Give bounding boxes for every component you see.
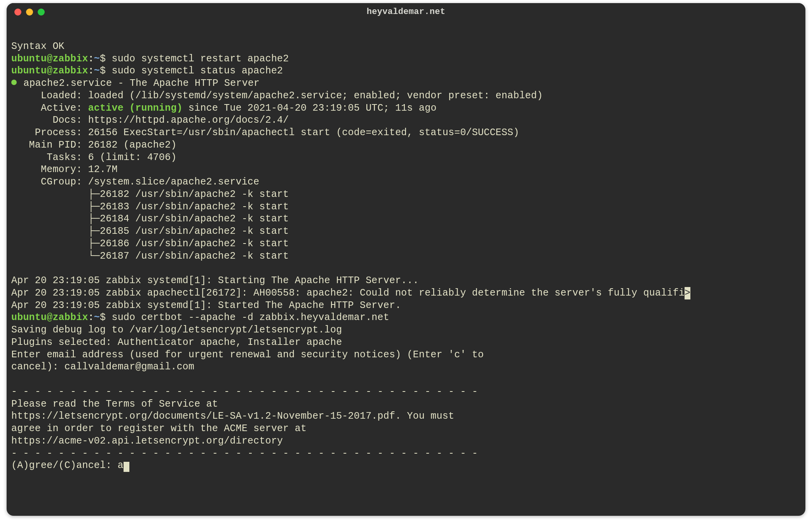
traffic-lights [14, 9, 45, 16]
output-line: Enter email address (used for urgent ren… [11, 349, 484, 360]
prompt-sep: : [88, 53, 94, 64]
divider-line: - - - - - - - - - - - - - - - - - - - - … [11, 448, 478, 459]
command-input: sudo certbot --apache -d zabbix.heyvalde… [112, 312, 389, 323]
status-active: active (running) [88, 103, 183, 114]
agree-prompt[interactable]: (A)gree/(C)ancel: a [11, 460, 124, 471]
output-line: Tasks: 6 (limit: 4706) [11, 152, 177, 163]
output-label: Active: [11, 103, 88, 114]
output-line: cancel): callvaldemar@gmail.com [11, 361, 194, 372]
prompt-sign: $ [100, 53, 106, 64]
terminal-body[interactable]: Syntax OK ubuntu@zabbix:~$ sudo systemct… [7, 20, 805, 489]
service-header: apache2.service - The Apache HTTP Server [17, 78, 260, 89]
log-line: Apr 20 23:19:05 zabbix apachectl[26172]:… [11, 287, 685, 299]
output-line: Please read the Terms of Service at [11, 398, 218, 410]
output-line: CGroup: /system.slice/apache2.service [11, 176, 260, 188]
output-line: Plugins selected: Authenticator apache, … [11, 337, 342, 348]
prompt-sign: $ [100, 312, 106, 323]
cursor-icon [124, 462, 129, 472]
prompt-sep: : [88, 65, 94, 77]
terminal-window: heyvaldemar.net Syntax OK ubuntu@zabbix:… [7, 3, 805, 516]
log-line: Apr 20 23:19:05 zabbix systemd[1]: Start… [11, 300, 401, 311]
prompt-path: ~ [94, 53, 100, 64]
cgroup-entry: ├─26185 /usr/sbin/apache2 -k start [11, 226, 289, 237]
close-icon[interactable] [14, 9, 21, 16]
output-line: Memory: 12.7M [11, 164, 118, 175]
titlebar: heyvaldemar.net [7, 3, 805, 20]
cgroup-entry: └─26187 /usr/sbin/apache2 -k start [11, 251, 289, 262]
output-line: Loaded: loaded (/lib/systemd/system/apac… [11, 90, 543, 101]
prompt-sep: : [88, 312, 94, 323]
output-line: https://letsencrypt.org/documents/LE-SA-… [11, 411, 454, 422]
prompt-path: ~ [94, 65, 100, 77]
output-line: since Tue 2021-04-20 23:19:05 UTC; 11s a… [183, 103, 437, 114]
cgroup-entry: ├─26182 /usr/sbin/apache2 -k start [11, 189, 289, 200]
minimize-icon[interactable] [26, 9, 33, 16]
prompt-sign: $ [100, 65, 106, 77]
output-line: Main PID: 26182 (apache2) [11, 139, 177, 151]
zoom-icon[interactable] [38, 9, 45, 16]
prompt-user: ubuntu@zabbix [11, 53, 88, 64]
divider-line: - - - - - - - - - - - - - - - - - - - - … [11, 386, 478, 397]
log-line: Apr 20 23:19:05 zabbix systemd[1]: Start… [11, 275, 419, 286]
output-line: Saving debug log to /var/log/letsencrypt… [11, 324, 342, 336]
window-title: heyvaldemar.net [367, 7, 446, 17]
command-input: sudo systemctl status apache2 [112, 65, 283, 77]
output-line: Docs: https://httpd.apache.org/docs/2.4/ [11, 115, 289, 126]
cgroup-entry: ├─26184 /usr/sbin/apache2 -k start [11, 213, 289, 224]
cgroup-entry: ├─26186 /usr/sbin/apache2 -k start [11, 238, 289, 249]
output-line: Syntax OK [11, 41, 64, 52]
output-line: agree in order to register with the ACME… [11, 423, 307, 434]
prompt-path: ~ [94, 312, 100, 323]
prompt-user: ubuntu@zabbix [11, 65, 88, 77]
output-line: Process: 26156 ExecStart=/usr/sbin/apach… [11, 127, 519, 138]
status-dot-icon [11, 80, 17, 85]
prompt-user: ubuntu@zabbix [11, 312, 88, 323]
truncation-caret-icon: > [685, 287, 690, 299]
command-input: sudo systemctl restart apache2 [112, 53, 289, 64]
output-line: https://acme-v02.api.letsencrypt.org/dir… [11, 435, 283, 447]
cgroup-entry: ├─26183 /usr/sbin/apache2 -k start [11, 201, 289, 212]
